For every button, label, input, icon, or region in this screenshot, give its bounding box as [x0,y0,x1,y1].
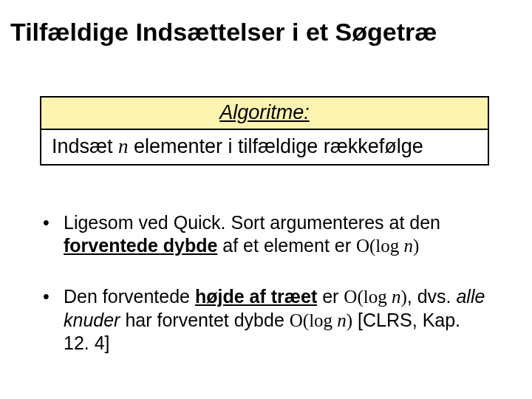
b2-pre: Den forventede [64,286,195,307]
b1-ol: O(log [356,236,404,256]
b2-mid1: er [317,286,344,307]
b2-ol2: O(log [290,310,338,330]
algo-body-n: n [118,135,129,157]
b2-comma: , dvs. [407,286,457,307]
algorithm-body: Indsæt n elementer i tilfældige rækkeføl… [41,130,488,164]
algo-body-post: elementer i tilfældige rækkefølge [129,135,423,157]
b1-fd: forventede dybde [64,235,217,256]
b1-mid: af et element er [217,235,356,256]
b2-ht: højde af træet [195,286,317,307]
list-item: • Ligesom ved Quick. Sort argumenteres a… [40,211,489,257]
slide: Tilfældige Indsættelser i et Søgetræ Alg… [0,0,532,399]
bullet-dot-icon: • [40,211,64,257]
algo-body-pre: Indsæt [52,135,118,157]
b1-n: n [404,236,414,256]
bullet-list: • Ligesom ved Quick. Sort argumenteres a… [40,211,489,383]
page-title: Tilfældige Indsættelser i et Søgetræ [10,18,522,47]
list-item: • Den forventede højde af træet er O(log… [40,285,489,355]
algorithm-box: Algoritme: Indsæt n elementer i tilfældi… [40,96,489,166]
b2-mid2: har forventet dybde [120,310,289,330]
b2-n1: n [392,287,401,307]
bullet-dot-icon: • [40,285,64,355]
b1-cp: ) [413,236,419,256]
b2-cp2: ) [347,310,352,330]
b2-ol1: O(log [344,287,392,307]
bullet-text: Ligesom ved Quick. Sort argumenteres at … [64,211,489,257]
algorithm-header: Algoritme: [41,98,488,130]
b2-n2: n [337,310,347,330]
b1-pre: Ligesom ved Quick. Sort argumenteres at … [64,212,440,233]
bullet-text: Den forventede højde af træet er O(log n… [64,285,489,355]
b2-cp1: ) [400,287,406,307]
